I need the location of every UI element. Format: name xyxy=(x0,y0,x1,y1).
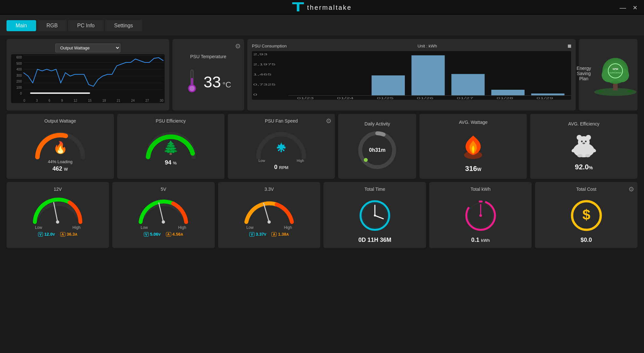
total-kwh-title: Total kWh xyxy=(471,187,490,192)
svg-point-67 xyxy=(267,220,271,224)
svg-line-71 xyxy=(375,216,383,219)
chart-type-select[interactable]: Output Wattage xyxy=(55,44,120,52)
svg-point-65 xyxy=(162,220,165,224)
voltage-5v-labels: Low High xyxy=(141,225,186,230)
voltage-33v-labels: Low High xyxy=(246,225,292,230)
tab-settings[interactable]: Settings xyxy=(105,20,142,31)
svg-text:0,7325: 0,7325 xyxy=(253,83,276,86)
svg-text:$: $ xyxy=(582,207,590,223)
svg-text:🌲: 🌲 xyxy=(163,140,179,155)
svg-text:1,465: 1,465 xyxy=(253,72,271,76)
tab-rgb[interactable]: RGB xyxy=(37,20,67,31)
psu-consumption-card: PSU Consumption Unit : kWh 2,93 2,1975 1… xyxy=(247,39,576,111)
svg-rect-77 xyxy=(479,201,483,203)
voltage-5v-card: 5V Low High V 5.06V A xyxy=(112,182,215,248)
daily-activity-title: Daily Activity xyxy=(364,121,390,126)
svg-rect-0 xyxy=(292,2,304,4)
total-cost-title: Total Cost xyxy=(576,187,596,192)
voltage-33v-values: V 3.37V A 1.38A xyxy=(249,232,289,237)
energy-saving-title: Energy Saving Plan xyxy=(577,66,591,81)
fan-high-label: High xyxy=(297,159,304,163)
chart-dropdown[interactable]: Output Wattage xyxy=(11,44,165,52)
total-kwh-value: 0.1 kWh xyxy=(471,237,490,243)
v12-voltage-value: 12.0V xyxy=(44,232,55,237)
svg-point-42 xyxy=(627,90,633,93)
row-2: Output Wattage 🔥 44% Loading 462 W PSU E… xyxy=(7,114,637,179)
daily-activity-card: Daily Activity 0h31m xyxy=(338,114,416,179)
voltage-5v-values: V 5.06V A 4.56A xyxy=(144,232,183,237)
main-content: Output Wattage 600 500 400 300 200 100 0 xyxy=(0,36,644,251)
tab-pc-info[interactable]: PC Info xyxy=(68,20,103,31)
svg-text:❋: ❋ xyxy=(276,141,286,155)
close-button[interactable]: ✕ xyxy=(633,4,637,11)
svg-point-61 xyxy=(585,154,590,157)
svg-text:01/29: 01/29 xyxy=(537,97,553,100)
output-wattage-value: 462 W xyxy=(52,165,68,172)
v33-voltage-badge: V 3.37V xyxy=(249,232,266,237)
svg-point-55 xyxy=(581,141,583,142)
voltage-33v-title: 3.3V xyxy=(265,187,274,192)
fan-settings-icon[interactable]: ⚙ xyxy=(326,117,332,125)
svg-rect-28 xyxy=(491,90,525,96)
svg-text:2,93: 2,93 xyxy=(253,52,267,56)
minimize-button[interactable]: — xyxy=(620,4,626,11)
output-wattage-gauge-title: Output Wattage xyxy=(44,118,76,124)
svg-rect-26 xyxy=(451,74,485,96)
svg-text:SUPPORTED: SUPPORTED xyxy=(610,72,622,74)
voltage-33v-card: 3.3V Low High V 3.37V A xyxy=(218,182,321,248)
v12-current-badge: A 36.3A xyxy=(60,232,77,237)
avg-efficiency-bear-icon xyxy=(568,132,600,160)
svg-point-76 xyxy=(479,214,482,217)
psu-fan-speed-gauge-card: PSU Fan Speed ⚙ ✦ ❋ Low High 0 RPM xyxy=(228,114,335,179)
chart-line-area xyxy=(23,56,163,97)
voltage-12v-labels: Low High xyxy=(35,225,80,230)
svg-point-56 xyxy=(585,141,587,142)
row-1: Output Wattage 600 500 400 300 200 100 0 xyxy=(7,39,637,111)
total-cost-value: $0.0 xyxy=(581,237,592,243)
v33-voltage-value: 3.37V xyxy=(256,232,267,237)
psu-efficiency-title: PSU Efficiency xyxy=(156,118,186,124)
avg-wattage-card: AVG. Wattage 316W xyxy=(419,114,527,179)
svg-text:01/24: 01/24 xyxy=(337,97,354,100)
nav-bar: Main RGB PC Info Settings xyxy=(0,16,644,36)
app-title: thermaltake xyxy=(292,2,352,13)
avg-wattage-title: AVG. Wattage xyxy=(459,120,487,125)
svg-rect-30 xyxy=(531,94,564,96)
tab-main[interactable]: Main xyxy=(7,20,36,31)
chart-y-labels: 600 500 400 300 200 100 0 xyxy=(11,54,22,97)
v5-voltage-badge: V 5.06V xyxy=(144,232,161,237)
svg-text:01/28: 01/28 xyxy=(497,97,513,100)
v5-voltage-value: 5.06V xyxy=(150,232,161,237)
total-kwh-icon xyxy=(463,198,499,233)
voltage-12v-values: V 12.0V A 36.3A xyxy=(38,232,77,237)
svg-text:2,1975: 2,1975 xyxy=(253,62,276,66)
total-time-title: Total Time xyxy=(364,187,385,192)
svg-text:🔥: 🔥 xyxy=(53,140,67,154)
output-wattage-chart-card: Output Wattage 600 500 400 300 200 100 0 xyxy=(7,39,169,111)
psu-temp-title: PSU Temperature xyxy=(190,54,226,59)
temp-unit: °C xyxy=(222,80,231,89)
svg-point-72 xyxy=(374,215,376,216)
chart-x-labels: 0 3 6 9 12 15 18 21 24 27 30 xyxy=(23,99,163,102)
svg-text:01/25: 01/25 xyxy=(377,97,393,100)
v12-voltage-badge: V 12.0V xyxy=(38,232,55,237)
temp-value-display: 33 °C xyxy=(204,73,231,91)
avg-efficiency-card: AVG. Efficiency xyxy=(530,114,637,179)
consumption-unit: Unit : kWh xyxy=(418,44,437,48)
fan-speed-value: 0 RPM xyxy=(274,164,289,171)
svg-text:01/23: 01/23 xyxy=(297,97,314,100)
voltage-5v-title: 5V xyxy=(161,187,166,192)
total-kwh-card: Total kWh 0.1 kWh xyxy=(429,182,532,248)
psu-efficiency-value: 94 % xyxy=(165,159,177,166)
svg-rect-22 xyxy=(372,75,405,96)
energy-saving-graphic: SPM SUPPORTED xyxy=(591,50,640,100)
total-time-card: Total Time 0D 11H 36M xyxy=(323,182,426,248)
psu-temp-settings-icon[interactable]: ⚙ xyxy=(235,42,241,50)
avg-wattage-flame-icon xyxy=(459,131,488,161)
svg-point-41 xyxy=(598,90,603,93)
total-cost-card: Total Cost ⚙ $ $0.0 xyxy=(535,182,637,248)
psu-fan-speed-title: PSU Fan Speed xyxy=(265,118,298,124)
logo-icon xyxy=(292,2,304,13)
svg-text:01/27: 01/27 xyxy=(457,97,473,100)
total-cost-settings-icon[interactable]: ⚙ xyxy=(628,185,634,193)
